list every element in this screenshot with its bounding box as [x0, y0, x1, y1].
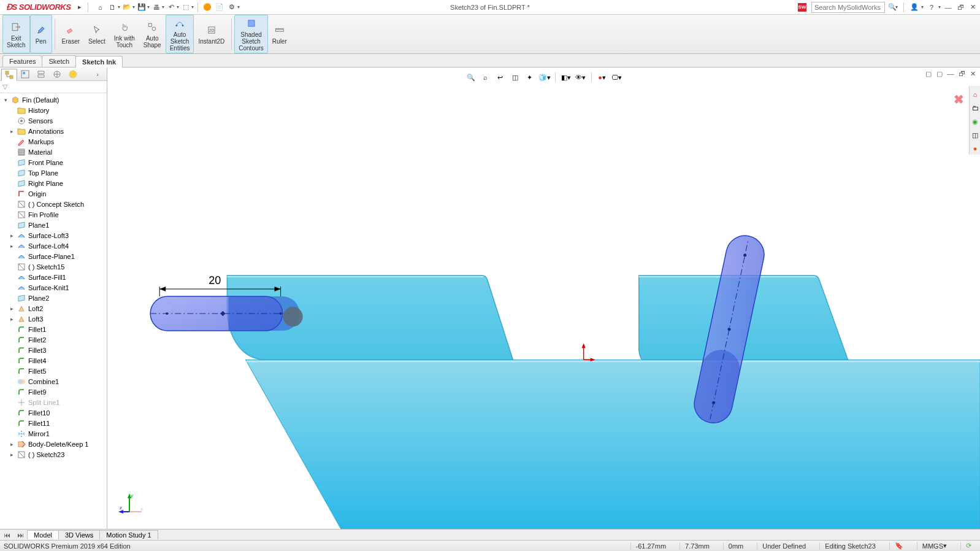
task-view-palette-icon[interactable]: ◫	[970, 129, 980, 141]
print-icon[interactable]: 🖶	[151, 2, 162, 13]
tree-item[interactable]: ▸Annotations	[0, 126, 107, 136]
tree-item[interactable]: Origin	[0, 188, 107, 199]
tree-item[interactable]: ▸Surface-Loft4	[0, 241, 107, 251]
home-icon[interactable]: ⌂	[94, 2, 105, 13]
feature-tree-tab-icon[interactable]	[1, 69, 17, 81]
tree-item[interactable]: ▸Loft2	[0, 303, 107, 314]
tree-item[interactable]: Fin Profile	[0, 209, 107, 220]
view-tab-model[interactable]: Model	[27, 530, 59, 539]
doc-close-icon[interactable]: ✕	[968, 69, 978, 79]
status-units[interactable]: MMGS ▾	[917, 542, 952, 550]
open-icon[interactable]: 📂	[121, 2, 132, 13]
zoom-area-icon[interactable]: ⌕	[479, 71, 492, 83]
tab-scroll-right-icon[interactable]: ⏭	[13, 531, 27, 539]
cmd-tab-sketch[interactable]: Sketch	[42, 55, 76, 67]
view-orientation-icon[interactable]: 🧊▾	[538, 71, 551, 83]
dimxpert-tab-icon[interactable]	[49, 68, 65, 80]
tree-item[interactable]: Mirror1	[0, 428, 107, 439]
tree-item[interactable]: Top Plane	[0, 168, 107, 178]
search-provider-icon[interactable]: SW	[798, 3, 806, 12]
ribbon-cursor[interactable]: Select	[84, 15, 110, 53]
ribbon-instant2d[interactable]: 2DInstant2D	[194, 15, 229, 53]
tree-item[interactable]: Surface-Knit1	[0, 282, 107, 293]
tree-item[interactable]: Fillet2	[0, 334, 107, 345]
tree-item[interactable]: Sensors	[0, 115, 107, 126]
ribbon-eraser[interactable]: Eraser	[58, 15, 84, 53]
undo-icon[interactable]: ↶	[166, 2, 177, 13]
doc-window-2-icon[interactable]: ▢	[935, 69, 944, 79]
minimize-button[interactable]: —	[943, 2, 953, 12]
tree-item[interactable]: Surface-Fill1	[0, 272, 107, 282]
tree-item[interactable]: Fillet11	[0, 418, 107, 428]
tree-item[interactable]: Split Line1	[0, 397, 107, 407]
filter-funnel-icon[interactable]: ▽	[2, 83, 7, 91]
ribbon-shaded[interactable]: Shaded Sketch Contours	[234, 15, 268, 53]
dynamic-view-icon[interactable]: ✦	[523, 71, 537, 83]
options-file-icon[interactable]: 📄	[214, 2, 225, 13]
tree-item[interactable]: Fillet3	[0, 345, 107, 355]
save-icon[interactable]: 💾	[136, 2, 147, 13]
tree-item[interactable]: ▸Surface-Loft3	[0, 230, 107, 241]
tab-scroll-left-icon[interactable]: ⏮	[0, 531, 13, 539]
appearance-icon[interactable]: ●▾	[595, 71, 609, 83]
view-tab-3d-views[interactable]: 3D Views	[58, 530, 100, 539]
doc-restore-icon[interactable]: 🗗	[957, 69, 967, 79]
login-icon[interactable]: 👤	[909, 2, 920, 13]
tree-item[interactable]: Markups	[0, 136, 107, 147]
tree-item[interactable]: Fillet4	[0, 355, 107, 366]
display-style-icon[interactable]: ◧▾	[559, 71, 573, 83]
status-rebuild-icon[interactable]: ⟳	[960, 542, 976, 550]
task-home-icon[interactable]: ⌂	[970, 88, 980, 101]
tree-item[interactable]: Combine1	[0, 376, 107, 387]
tree-item[interactable]: ( ) Concept Sketch	[0, 199, 107, 209]
tree-item[interactable]: Surface-Plane1	[0, 251, 107, 261]
doc-window-1-icon[interactable]: ▢	[924, 69, 933, 79]
tree-item[interactable]: ▸( ) Sketch23	[0, 449, 107, 460]
view-tab-motion-study-1[interactable]: Motion Study 1	[99, 530, 158, 539]
new-doc-icon[interactable]: 🗋	[107, 2, 118, 13]
sketch-slot-left[interactable]	[150, 296, 303, 331]
tree-item[interactable]: Front Plane	[0, 157, 107, 168]
search-go-icon[interactable]: 🔍▾	[887, 2, 898, 13]
ribbon-exit-sketch[interactable]: Exit Sketch	[2, 15, 30, 53]
restore-button[interactable]: 🗗	[955, 2, 965, 12]
tree-item[interactable]: Fillet1	[0, 324, 107, 334]
ribbon-ruler[interactable]: Ruler	[268, 15, 291, 53]
property-manager-tab-icon[interactable]	[17, 68, 33, 80]
task-resources-icon[interactable]: 🗀	[970, 102, 980, 114]
cmd-tab-sketch-ink[interactable]: Sketch Ink	[75, 56, 123, 67]
cmd-tab-features[interactable]: Features	[2, 55, 42, 67]
graphics-viewport[interactable]: 🔍 ⌕ ↩ ◫ ✦ 🧊▾ ◧▾ 👁▾ ●▾ 🖵▾ ▢ ▢ — 🗗 ✕ ✖ ⌂ 🗀…	[107, 67, 980, 529]
ribbon-autoshape[interactable]: Auto Shape	[139, 15, 166, 53]
expand-tabs-icon[interactable]: ›	[90, 68, 105, 80]
tree-item[interactable]: Fillet10	[0, 407, 107, 418]
tree-item[interactable]: Right Plane	[0, 178, 107, 188]
doc-minimize-icon[interactable]: —	[946, 69, 955, 79]
tree-item[interactable]: Plane1	[0, 220, 107, 230]
tree-item[interactable]: History	[0, 105, 107, 115]
tree-item[interactable]: ▸Body-Delete/Keep 1	[0, 439, 107, 449]
tree-item[interactable]: Material	[0, 147, 107, 157]
display-manager-tab-icon[interactable]	[65, 68, 81, 80]
tree-root-part[interactable]: ▾ Fin (Default)	[0, 94, 107, 105]
close-button[interactable]: ✕	[968, 2, 978, 12]
scene-icon[interactable]: 🖵▾	[610, 71, 624, 83]
prev-view-icon[interactable]: ↩	[494, 71, 507, 83]
select-icon[interactable]: ⬚	[180, 2, 191, 13]
task-library-icon[interactable]: ◉	[970, 115, 980, 128]
ribbon-touch[interactable]: Ink with Touch	[110, 15, 139, 53]
settings-gear-icon[interactable]: ⚙	[226, 2, 237, 13]
tree-item[interactable]: ▸Loft3	[0, 314, 107, 324]
hide-show-icon[interactable]: 👁▾	[574, 71, 588, 83]
rebuild-icon[interactable]: 🟠	[202, 2, 213, 13]
zoom-fit-icon[interactable]: 🔍	[464, 71, 478, 83]
flyout-arrow-icon[interactable]: ▸	[74, 2, 85, 13]
tree-item[interactable]: Plane2	[0, 293, 107, 303]
tree-item[interactable]: Fillet5	[0, 366, 107, 376]
tree-item[interactable]: ( ) Sketch15	[0, 261, 107, 272]
section-view-icon[interactable]: ◫	[508, 71, 522, 83]
status-flag-icon[interactable]: 🔖	[889, 542, 908, 550]
tree-item[interactable]: Fillet9	[0, 387, 107, 397]
help-icon[interactable]: ?	[926, 2, 937, 13]
search-input[interactable]	[811, 2, 885, 13]
